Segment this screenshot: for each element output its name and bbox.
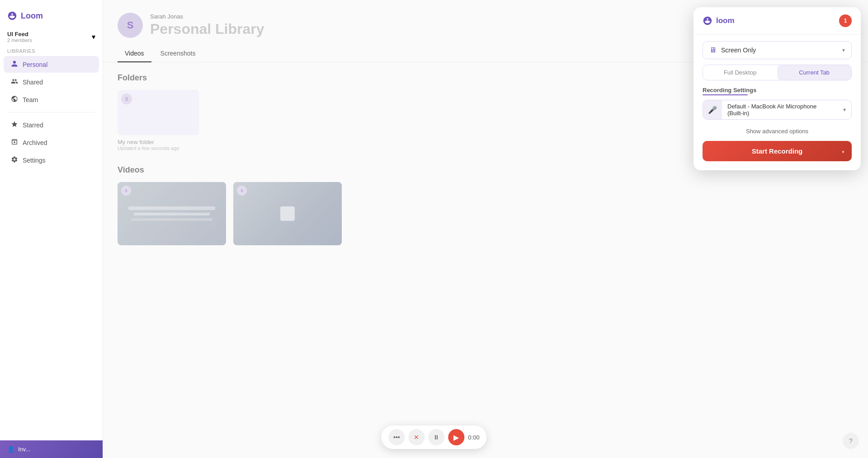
invite-button[interactable]: 👤 Inv... — [0, 440, 103, 458]
sidebar-item-settings[interactable]: Settings — [4, 152, 99, 168]
record-button[interactable]: ▶ — [448, 429, 464, 445]
record-icon: ▶ — [453, 433, 459, 442]
sidebar-item-team-label: Team — [23, 96, 38, 103]
folder-avatar: S — [121, 93, 132, 104]
notification-count: 1 — [844, 18, 847, 24]
invite-label: Inv... — [18, 446, 30, 453]
recording-settings-underline — [703, 94, 748, 95]
videos-grid: S S — [118, 182, 854, 249]
sidebar-divider — [7, 112, 95, 112]
sidebar-item-starred[interactable]: Starred — [4, 117, 99, 133]
loom-logo-icon — [7, 11, 17, 21]
microphone-icon: 🎤 — [708, 106, 717, 114]
start-recording-button[interactable]: Start Recording — [703, 141, 852, 161]
mic-selector[interactable]: 🎤 Default - MacBook Air Microphone (Buil… — [703, 100, 852, 120]
shared-icon — [11, 78, 18, 86]
tab-full-desktop-label: Full Desktop — [724, 69, 756, 76]
screen-selector-chevron: ▾ — [842, 47, 845, 53]
folder-card[interactable]: S My new folder Updated a few seconds ag… — [118, 90, 199, 151]
libraries-label: Libraries — [0, 46, 103, 56]
show-advanced-options[interactable]: Show advanced options — [693, 126, 861, 141]
user-name: Sarah Jonas — [150, 13, 264, 20]
more-icon: ••• — [393, 434, 400, 441]
popup-logo: loom — [703, 16, 735, 26]
video-avatar-initial-2: S — [241, 188, 243, 193]
chevron-down-icon: ▾ — [92, 33, 95, 41]
user-avatar: S — [118, 13, 143, 38]
tab-current-tab-label: Current Tab — [799, 69, 830, 76]
tab-current-tab[interactable]: Current Tab — [777, 65, 851, 80]
page-title: Personal Library — [150, 21, 264, 37]
close-button[interactable]: ✕ — [408, 429, 425, 445]
team-icon — [11, 95, 18, 104]
tab-screenshots-label: Screenshots — [160, 50, 196, 57]
mic-dropdown-chevron: ▾ — [838, 107, 851, 113]
video-thumbnail-2: S — [233, 182, 342, 245]
archive-icon — [11, 138, 18, 147]
sidebar: Loom UI Feed 2 members ▾ Libraries Perso… — [0, 0, 103, 458]
video-avatar-2: S — [237, 186, 247, 196]
folder-avatar-initial: S — [125, 97, 128, 102]
tab-videos[interactable]: Videos — [118, 45, 151, 62]
pause-icon: ⏸ — [433, 434, 439, 441]
sidebar-item-archived-label: Archived — [23, 139, 47, 146]
video-card-2[interactable]: S — [233, 182, 342, 249]
popup-loom-icon — [703, 16, 712, 26]
star-icon — [11, 121, 18, 129]
notification-icon[interactable]: 1 — [839, 14, 852, 27]
help-button[interactable]: ? — [843, 433, 859, 449]
sidebar-item-archived[interactable]: Archived — [4, 134, 99, 151]
sidebar-item-starred-label: Starred — [23, 122, 43, 129]
recording-bar: ••• ✕ ⏸ ▶ 0:00 — [381, 425, 486, 449]
popup-logo-text: loom — [716, 16, 735, 25]
video-thumbnail-1: S — [118, 182, 226, 245]
workspace-name: UI Feed — [7, 31, 32, 37]
sidebar-item-settings-label: Settings — [23, 157, 46, 164]
screen-type-selector[interactable]: 🖥 Screen Only ▾ — [703, 41, 852, 59]
sidebar-logo[interactable]: Loom — [0, 7, 103, 28]
workspace-members: 2 members — [7, 37, 32, 43]
video-avatar-1: S — [121, 186, 131, 196]
loom-popup: loom 1 🖥 Screen Only ▾ Full Desktop Curr… — [693, 7, 861, 170]
help-icon: ? — [849, 437, 853, 444]
screen-type-icon: 🖥 — [709, 46, 717, 54]
workspace-header[interactable]: UI Feed 2 members ▾ — [0, 28, 103, 46]
settings-icon — [11, 156, 18, 164]
video-avatar-initial-1: S — [125, 188, 127, 193]
start-recording-label: Start Recording — [752, 147, 803, 155]
tab-full-desktop[interactable]: Full Desktop — [703, 65, 777, 80]
pause-button[interactable]: ⏸ — [428, 429, 444, 445]
screen-type-label: Screen Only — [721, 47, 756, 54]
show-advanced-label: Show advanced options — [746, 128, 808, 135]
mic-dropdown-label: Default - MacBook Air Microphone (Built-… — [722, 103, 838, 117]
user-initial: S — [127, 19, 134, 31]
tab-screenshots[interactable]: Screenshots — [153, 45, 203, 62]
video-play-icon — [280, 206, 295, 221]
folder-name: My new folder — [118, 139, 199, 145]
popup-tabs: Full Desktop Current Tab — [703, 65, 852, 80]
more-button[interactable]: ••• — [388, 429, 405, 445]
sidebar-item-shared[interactable]: Shared — [4, 74, 99, 90]
folder-updated: Updated a few seconds ago — [118, 145, 199, 151]
sidebar-item-team[interactable]: Team — [4, 91, 99, 108]
sidebar-item-personal-label: Personal — [23, 61, 47, 68]
video-card[interactable]: S — [118, 182, 226, 249]
sidebar-logo-text: Loom — [21, 11, 43, 21]
tab-videos-label: Videos — [125, 50, 144, 57]
invite-icon: 👤 — [7, 446, 14, 453]
mic-icon-box: 🎤 — [703, 100, 722, 119]
sidebar-item-shared-label: Shared — [23, 79, 43, 86]
popup-header: loom 1 — [693, 7, 861, 35]
sidebar-item-personal[interactable]: Personal — [4, 56, 99, 73]
close-icon: ✕ — [414, 434, 419, 441]
personal-icon — [11, 60, 18, 69]
folder-thumbnail: S — [118, 90, 199, 135]
recording-timer: 0:00 — [468, 434, 479, 441]
